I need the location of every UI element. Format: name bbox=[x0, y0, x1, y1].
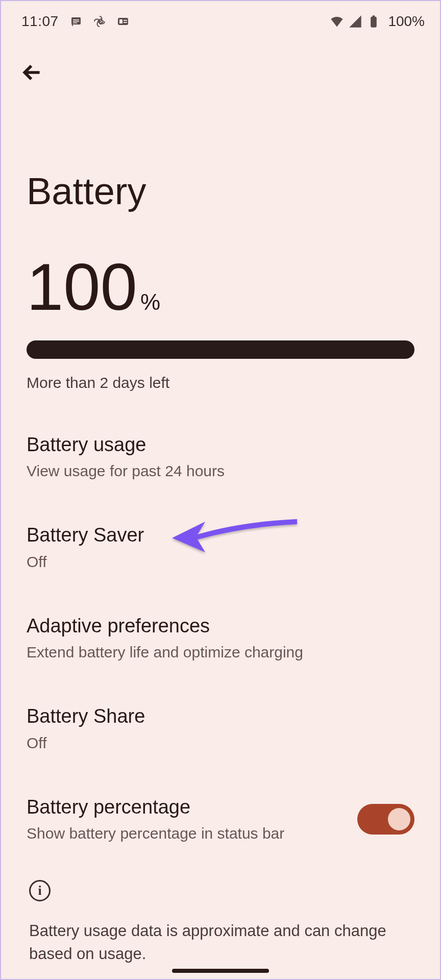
page-title: Battery bbox=[1, 93, 440, 238]
app-bar bbox=[1, 37, 440, 93]
clock-text: 11:07 bbox=[21, 13, 59, 30]
status-bar: 11:07 100% bbox=[1, 1, 440, 37]
svg-rect-5 bbox=[119, 19, 122, 23]
settings-list: Battery usage View usage for past 24 hou… bbox=[1, 397, 440, 865]
news-icon bbox=[117, 15, 129, 28]
setting-title: Battery Share bbox=[27, 704, 414, 729]
back-button[interactable] bbox=[16, 57, 47, 88]
setting-title: Battery Saver bbox=[27, 523, 414, 548]
setting-sub: View usage for past 24 hours bbox=[27, 460, 414, 482]
setting-title: Adaptive preferences bbox=[27, 614, 414, 639]
info-block: i Battery usage data is approximate and … bbox=[1, 865, 440, 966]
battery-pct-text: 100% bbox=[388, 13, 425, 30]
battery-level-number: 100 bbox=[27, 254, 137, 320]
arrow-left-icon bbox=[20, 61, 43, 84]
setting-sub: Show battery percentage in status bar bbox=[27, 823, 357, 844]
setting-battery-percentage[interactable]: Battery percentage Show battery percenta… bbox=[27, 774, 414, 865]
info-icon: i bbox=[29, 880, 51, 901]
svg-rect-9 bbox=[373, 15, 375, 17]
svg-rect-2 bbox=[73, 21, 79, 22]
battery-level-block: 100 % More than 2 days left bbox=[1, 238, 440, 397]
wifi-icon bbox=[330, 14, 344, 29]
battery-icon bbox=[366, 14, 381, 29]
signal-icon bbox=[348, 14, 362, 29]
setting-adaptive-preferences[interactable]: Adaptive preferences Extend battery life… bbox=[27, 593, 414, 683]
status-right: 100% bbox=[330, 13, 425, 30]
status-left: 11:07 bbox=[21, 13, 129, 30]
battery-percentage-toggle[interactable] bbox=[357, 804, 414, 835]
setting-title: Battery usage bbox=[27, 432, 414, 457]
battery-estimate-text: More than 2 days left bbox=[27, 374, 414, 391]
battery-level-row: 100 % bbox=[27, 254, 414, 320]
pinwheel-icon bbox=[93, 15, 106, 28]
svg-rect-8 bbox=[371, 17, 377, 28]
toggle-knob bbox=[388, 808, 410, 830]
svg-rect-6 bbox=[124, 20, 127, 21]
setting-battery-share[interactable]: Battery Share Off bbox=[27, 683, 414, 774]
svg-rect-3 bbox=[73, 22, 77, 23]
battery-level-bar bbox=[27, 340, 414, 359]
battery-level-symbol: % bbox=[140, 289, 160, 319]
svg-rect-1 bbox=[73, 19, 79, 20]
setting-sub: Off bbox=[27, 732, 414, 754]
setting-title: Battery percentage bbox=[27, 795, 357, 820]
svg-rect-7 bbox=[124, 22, 127, 23]
setting-battery-saver[interactable]: Battery Saver Off bbox=[27, 502, 414, 593]
message-icon bbox=[70, 15, 82, 28]
setting-battery-usage[interactable]: Battery usage View usage for past 24 hou… bbox=[27, 412, 414, 502]
info-text: Battery usage data is approximate and ca… bbox=[29, 920, 414, 966]
setting-sub: Off bbox=[27, 551, 414, 573]
setting-sub: Extend battery life and optimize chargin… bbox=[27, 642, 414, 663]
nav-gesture-pill[interactable] bbox=[172, 969, 269, 973]
